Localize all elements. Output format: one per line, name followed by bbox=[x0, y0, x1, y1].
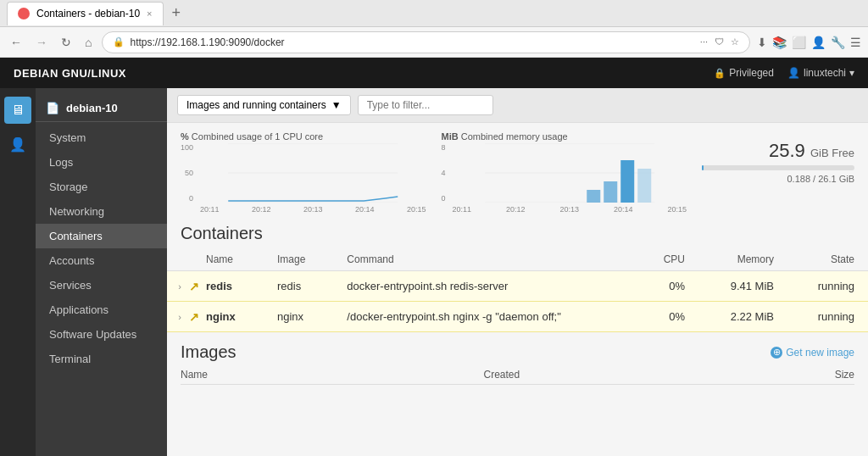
memory-chart-wrapper: 8 4 0 bbox=[442, 143, 689, 214]
sidebar-icon-monitor[interactable]: 🖥 bbox=[4, 97, 31, 124]
container-row-nginx[interactable]: › ↗ nginx nginx /docker-entrypoint.sh ng… bbox=[167, 302, 868, 332]
download-icon[interactable]: ⬇ bbox=[757, 36, 767, 49]
cpu-chart: % Combined usage of 1 CPU core 100 50 0 bbox=[181, 131, 428, 214]
nginx-name: ↗ nginx bbox=[192, 302, 264, 332]
filter-dropdown-label: Images and running containers bbox=[186, 99, 326, 111]
redis-arrow-hint: ↗ bbox=[189, 280, 199, 293]
container-row-redis[interactable]: › ↗ redis redis docker-entrypoint.sh red… bbox=[167, 271, 868, 302]
browser-urlbar: ← → ↻ ⌂ 🔒 https://192.168.1.190:9090/doc… bbox=[0, 27, 868, 58]
sidebar-item-logs[interactable]: Logs bbox=[36, 150, 167, 175]
sidebar-item-accounts[interactable]: Accounts bbox=[36, 248, 167, 273]
nav-back-button[interactable]: ← bbox=[7, 34, 25, 51]
nginx-command: /docker-entrypoint.sh nginx -g "daemon o… bbox=[333, 302, 637, 332]
url-menu-icon[interactable]: ··· bbox=[700, 36, 708, 47]
nginx-image: nginx bbox=[264, 302, 333, 332]
sidebar-item-networking[interactable]: Networking bbox=[36, 199, 167, 224]
filter-bar: Images and running containers ▼ bbox=[167, 88, 868, 123]
svg-rect-9 bbox=[637, 169, 651, 203]
security-icon: 🔒 bbox=[113, 36, 125, 47]
filter-dropdown[interactable]: Images and running containers ▼ bbox=[177, 95, 351, 115]
svg-rect-7 bbox=[604, 181, 617, 203]
cpu-y-axis: 100 50 0 bbox=[181, 143, 195, 203]
content-area: Images and running containers ▼ % Combin… bbox=[167, 88, 868, 456]
redis-name: ↗ redis bbox=[192, 271, 264, 302]
cpu-unit: % bbox=[181, 131, 189, 142]
cpu-chart-svg-container: 20:11 20:12 20:13 20:14 20:15 bbox=[198, 143, 427, 214]
memory-chart-title: MiB Combined memory usage bbox=[442, 131, 689, 142]
tab-manager-icon[interactable]: ⬜ bbox=[792, 36, 806, 49]
nav-home-button[interactable]: ⌂ bbox=[81, 34, 95, 51]
host-name: debian-10 bbox=[66, 102, 118, 114]
sidebar-item-storage[interactable]: Storage bbox=[36, 175, 167, 199]
bookmark-icon[interactable]: 📚 bbox=[772, 36, 787, 49]
sidebar-item-applications[interactable]: Applications bbox=[36, 298, 167, 322]
col-cpu-header: CPU bbox=[637, 248, 698, 271]
nginx-cpu: 0% bbox=[637, 302, 698, 332]
cpu-chart-title: % Combined usage of 1 CPU core bbox=[181, 131, 428, 142]
images-col-name: Name bbox=[181, 369, 484, 381]
icon-sidebar: 🖥 👤 bbox=[0, 88, 36, 456]
tab-favicon bbox=[18, 8, 30, 19]
col-command-header: Command bbox=[333, 248, 637, 271]
user-chevron-icon: ▾ bbox=[849, 67, 854, 79]
cpu-chart-wrapper: 100 50 0 bbox=[181, 143, 428, 214]
sidebar-item-containers[interactable]: Containers bbox=[36, 224, 167, 248]
cpu-x-axis: 20:11 20:12 20:13 20:14 20:15 bbox=[198, 205, 427, 214]
profile-icon[interactable]: 👤 bbox=[811, 36, 826, 49]
disk-free-unit: GiB Free bbox=[810, 147, 854, 159]
sidebar-item-system[interactable]: System bbox=[36, 125, 167, 150]
col-memory-header: Memory bbox=[698, 248, 787, 271]
url-icons: ··· 🛡 ☆ bbox=[700, 36, 739, 47]
col-state-header: State bbox=[787, 248, 868, 271]
filter-dropdown-arrow-icon: ▼ bbox=[331, 99, 342, 111]
get-new-image-link[interactable]: ⊕ Get new image bbox=[771, 347, 854, 359]
sidebar-item-services[interactable]: Services bbox=[36, 273, 167, 298]
redis-cpu: 0% bbox=[637, 271, 698, 302]
lock-icon: 🔒 bbox=[714, 68, 726, 79]
get-new-label: Get new image bbox=[786, 347, 854, 359]
images-header: Images ⊕ Get new image bbox=[181, 342, 854, 362]
cpu-title-text: Combined usage of 1 CPU core bbox=[192, 131, 323, 142]
filter-input[interactable] bbox=[358, 95, 493, 115]
username: linuxtechi bbox=[804, 67, 846, 79]
user-icon: 👤 bbox=[787, 67, 800, 79]
memory-chart: MiB Combined memory usage 8 4 0 bbox=[442, 131, 689, 214]
nav-reload-button[interactable]: ↻ bbox=[58, 34, 75, 51]
app-container: DEBIAN GNU/LINUX 🔒 Privileged 👤 linuxtec… bbox=[0, 58, 868, 456]
sidebar-item-software-updates[interactable]: Software Updates bbox=[36, 322, 167, 347]
url-bar[interactable]: 🔒 https://192.168.1.190:9090/docker ··· … bbox=[102, 31, 750, 53]
nginx-memory: 2.22 MiB bbox=[698, 302, 787, 332]
disk-bar-fill bbox=[702, 165, 704, 170]
extension-icon[interactable]: 🔧 bbox=[831, 36, 845, 49]
col-name-header: Name bbox=[192, 248, 264, 271]
tab-close-icon[interactable]: × bbox=[147, 8, 152, 19]
memory-x-axis: 20:11 20:12 20:13 20:14 20:15 bbox=[451, 205, 688, 214]
containers-table: Name Image Command CPU Memory State › bbox=[167, 248, 868, 332]
images-col-created: Created bbox=[484, 369, 787, 381]
host-icon: 📄 bbox=[46, 102, 59, 114]
memory-chart-svg-container: 20:11 20:12 20:13 20:14 20:15 bbox=[451, 143, 688, 214]
browser-actions: ⬇ 📚 ⬜ 👤 🔧 ☰ bbox=[757, 36, 861, 49]
main-layout: 🖥 👤 📄 debian-10 System Logs Storage Netw… bbox=[0, 88, 868, 456]
col-image-header: Image bbox=[264, 248, 333, 271]
disk-free-display: 25.9 GiB Free bbox=[702, 140, 854, 162]
redis-image: redis bbox=[264, 271, 333, 302]
disk-free-value: 25.9 bbox=[769, 140, 805, 161]
images-table-header: Name Created Size bbox=[181, 365, 854, 385]
url-shield-icon[interactable]: 🛡 bbox=[715, 36, 724, 47]
sidebar-icon-user[interactable]: 👤 bbox=[4, 131, 31, 158]
nav-sidebar-header: 📄 debian-10 bbox=[36, 95, 167, 122]
nav-forward-button[interactable]: → bbox=[32, 34, 51, 51]
redis-state: running bbox=[787, 271, 868, 302]
url-star-icon[interactable]: ☆ bbox=[731, 36, 739, 47]
nginx-state: running bbox=[787, 302, 868, 332]
redis-command: docker-entrypoint.sh redis-server bbox=[333, 271, 637, 302]
browser-tab[interactable]: Containers - debian-10 × bbox=[7, 2, 164, 25]
new-tab-button[interactable]: + bbox=[169, 4, 185, 22]
url-text: https://192.168.1.190:9090/docker bbox=[130, 36, 284, 48]
redis-memory: 9.41 MiB bbox=[698, 271, 787, 302]
user-label[interactable]: 👤 linuxtechi ▾ bbox=[787, 67, 854, 79]
menu-icon[interactable]: ☰ bbox=[850, 36, 861, 49]
sidebar-item-terminal[interactable]: Terminal bbox=[36, 347, 167, 371]
get-new-plus-icon: ⊕ bbox=[771, 347, 782, 359]
